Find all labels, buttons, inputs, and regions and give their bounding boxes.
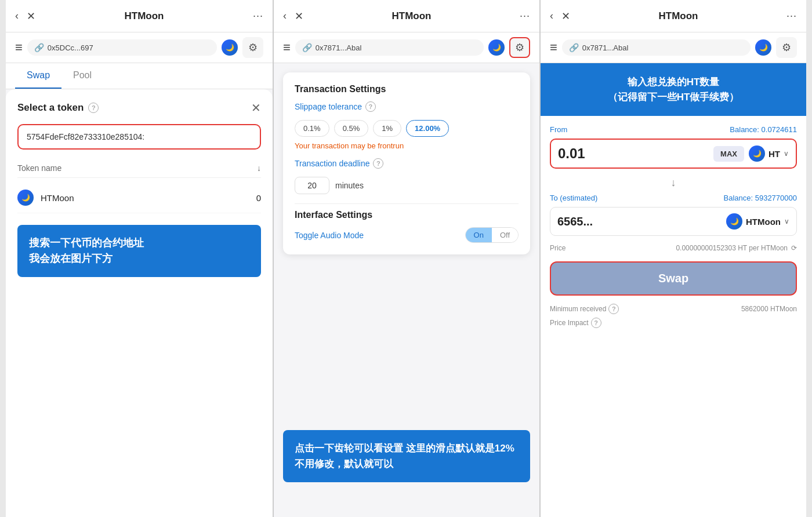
back-icon-2[interactable]: ‹: [283, 10, 287, 22]
to-amount: 6565...: [557, 215, 722, 228]
annotation-box-1: 搜索一下代币的合约地址我会放在图片下方: [17, 225, 261, 277]
price-impact-help[interactable]: ?: [591, 318, 601, 328]
from-token-selector[interactable]: 🌙 HT ∨: [749, 145, 789, 162]
tab-pool-1[interactable]: Pool: [61, 63, 103, 89]
page-title-2: HTMoon: [392, 10, 432, 22]
settings-dropdown: Transaction Settings Slippage tolerance …: [283, 72, 530, 254]
slippage-help-icon[interactable]: ?: [365, 101, 376, 112]
deadline-row: minutes: [295, 177, 519, 194]
to-token-chevron: ∨: [784, 217, 789, 225]
hamburger-icon-1[interactable]: ≡: [15, 40, 23, 55]
hamburger-icon-2[interactable]: ≡: [283, 40, 291, 55]
from-token-chevron: ∨: [784, 150, 789, 158]
slippage-1[interactable]: 1%: [373, 120, 401, 137]
audio-mode-row: Toggle Audio Mode On Off: [295, 227, 519, 243]
annotation-box-2: 点击一下齿轮可以看设置 这里的滑点默认就是12% 不用修改，默认就可以: [283, 430, 530, 482]
top-bar-2: ‹ ✕ HTMoon ···: [274, 0, 539, 32]
modal-help-icon[interactable]: ?: [88, 103, 99, 113]
deadline-input[interactable]: [295, 177, 329, 194]
from-token-icon: 🌙: [749, 145, 765, 162]
close-icon-3[interactable]: ✕: [561, 10, 570, 23]
to-row-labels: To (estimated) Balance: 5932770000: [550, 194, 797, 202]
panel-content-1: Select a token ? ✕ Token name ↓ 🌙 HTMoon…: [6, 89, 273, 517]
top-bar-3: ‹ ✕ HTMoon ···: [541, 0, 806, 32]
gear-button-1[interactable]: ⚙: [242, 37, 263, 58]
slippage-05[interactable]: 0.5%: [334, 120, 369, 137]
gear-button-2[interactable]: ⚙: [509, 37, 530, 58]
audio-label: Toggle Audio Mode: [295, 231, 364, 240]
top-bar-1: ‹ ✕ HTMoon ···: [6, 0, 273, 32]
more-icon-1[interactable]: ···: [253, 10, 263, 22]
modal-close-button[interactable]: ✕: [251, 101, 261, 115]
address-pill-2[interactable]: 🔗 0x7871...Abal: [295, 39, 484, 56]
more-icon-2[interactable]: ···: [520, 10, 530, 22]
token-icon-3: 🌙: [755, 39, 771, 56]
address-pill-1[interactable]: 🔗 0x5DCc...697: [27, 39, 217, 56]
token-list-item-htmoon[interactable]: 🌙 HTMoon 0: [17, 183, 261, 213]
price-value: 0.00000000152303 HT per HTMoon ⟳: [676, 244, 797, 252]
sort-icon[interactable]: ↓: [257, 163, 261, 173]
page-title-1: HTMoon: [125, 10, 164, 22]
slippage-12[interactable]: 12.00%: [406, 120, 449, 137]
address-bar-2: ≡ 🔗 0x7871...Abal 🌙 ⚙: [274, 32, 539, 63]
list-header-text: Token name: [17, 163, 61, 173]
max-button[interactable]: MAX: [713, 146, 744, 162]
close-icon-2[interactable]: ✕: [295, 10, 303, 23]
deadline-help-icon[interactable]: ?: [373, 158, 383, 169]
minutes-label: minutes: [335, 181, 364, 190]
to-token-selector[interactable]: 🌙 HTMoon ∨: [726, 213, 789, 230]
slippage-01[interactable]: 0.1%: [295, 120, 329, 137]
tab-swap-1[interactable]: Swap: [15, 63, 61, 89]
link-icon-1: 🔗: [34, 43, 44, 52]
link-icon-2: 🔗: [302, 43, 312, 52]
annotation-text-2: 点击一下齿轮可以看设置 这里的滑点默认就是12% 不用修改，默认就可以: [295, 440, 519, 472]
price-label: Price: [550, 244, 566, 252]
link-icon-3: 🔗: [569, 43, 579, 52]
tabs-row-1: Swap Pool: [6, 63, 273, 89]
min-received-value: 5862000 HTMoon: [741, 305, 797, 313]
deadline-label-row: Transaction deadline ?: [295, 158, 519, 169]
back-icon-1[interactable]: ‹: [15, 10, 19, 22]
to-input-row: 6565... 🌙 HTMoon ∨: [550, 207, 797, 236]
settings-divider: [295, 203, 519, 204]
token-name-htmoon: HTMoon: [41, 193, 74, 203]
from-token-name: HT: [768, 149, 780, 159]
toggle-on[interactable]: On: [466, 228, 492, 242]
back-icon-3[interactable]: ‹: [550, 10, 553, 22]
slippage-row: Slippage tolerance ?: [295, 101, 519, 112]
swap-header: 输入想兑换的HT数量（记得留下一些HT做手续费）: [541, 63, 806, 116]
panel-content-2: Transaction Settings Slippage tolerance …: [274, 63, 539, 517]
frontrun-warning: Your transaction may be frontrun: [295, 141, 519, 150]
from-row-labels: From Balance: 0.0724611: [550, 125, 797, 134]
min-received-row: Minimum received ? 5862000 HTMoon: [550, 304, 797, 314]
price-impact-row: Price Impact ?: [550, 318, 797, 328]
to-token-icon: 🌙: [726, 213, 742, 230]
hamburger-icon-3[interactable]: ≡: [550, 40, 557, 55]
token-list-header: Token name ↓: [17, 159, 261, 178]
to-token-name: HTMoon: [746, 217, 781, 227]
from-input-row: 0.01 MAX 🌙 HT ∨: [550, 139, 797, 169]
token-search-input[interactable]: [17, 124, 261, 150]
token-icon-htmoon: 🌙: [17, 190, 34, 206]
from-label: From: [550, 125, 567, 134]
close-icon-1[interactable]: ✕: [27, 10, 35, 23]
min-received-help[interactable]: ?: [608, 304, 619, 314]
from-balance-label: Balance: 0.0724611: [730, 125, 797, 134]
panel-swap: ‹ ✕ HTMoon ··· ≡ 🔗 0x7871...Abal 🌙 ⚙ 输入想…: [539, 0, 806, 517]
gear-button-3[interactable]: ⚙: [776, 37, 797, 58]
audio-toggle[interactable]: On Off: [465, 227, 519, 243]
token-icon-1: 🌙: [222, 39, 238, 56]
toggle-off[interactable]: Off: [492, 228, 518, 242]
annotation-text-1: 搜索一下代币的合约地址我会放在图片下方: [29, 235, 249, 267]
slippage-options: 0.1% 0.5% 1% 12.00%: [295, 120, 519, 137]
interface-settings-title: Interface Settings: [295, 210, 519, 220]
swap-button[interactable]: Swap: [550, 261, 797, 296]
address-text-1: 0x5DCc...697: [48, 43, 93, 52]
address-pill-3[interactable]: 🔗 0x7871...Abal: [562, 39, 751, 56]
refresh-icon[interactable]: ⟳: [791, 244, 797, 252]
more-icon-3[interactable]: ···: [786, 10, 797, 22]
swap-body: From Balance: 0.0724611 0.01 MAX 🌙 HT ∨ …: [541, 116, 806, 517]
swap-arrow-down: ↓: [550, 177, 797, 189]
price-impact-label: Price Impact ?: [550, 318, 601, 328]
min-received-label: Minimum received ?: [550, 304, 619, 314]
